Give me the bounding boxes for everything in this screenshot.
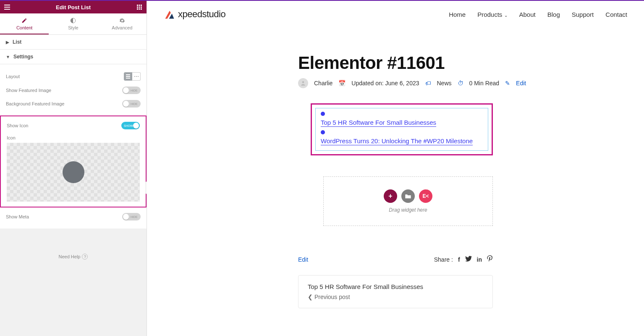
nav-item[interactable]: Support (572, 11, 594, 18)
section-label: Settings (13, 54, 33, 60)
section-settings[interactable]: ▼ Settings (0, 50, 147, 64)
menu-icon[interactable] (3, 3, 11, 11)
author[interactable]: Charlie (314, 80, 332, 87)
clock-icon: ⏱ (458, 80, 463, 87)
logo-text: xpeedstudio (178, 9, 225, 20)
field-label: Background Featured Image (6, 101, 64, 106)
site-nav: xpeedstudio Home Products ⌄ About Blog S… (147, 1, 644, 28)
gear-icon (119, 18, 125, 24)
toggle-show-icon[interactable]: SHOW (121, 122, 140, 129)
share-group: Share : f in (434, 255, 493, 263)
field-label: Icon (7, 135, 16, 140)
edit-link[interactable]: Edit (298, 256, 308, 263)
field-label: Show Featured Image (6, 88, 51, 93)
nav-item[interactable]: Home (449, 11, 466, 18)
settings-body-2: Show Meta HIDE (0, 207, 147, 228)
folder-button[interactable] (401, 189, 415, 203)
panel-header: Edit Post List (0, 1, 147, 13)
nav-item[interactable]: About (519, 11, 536, 18)
post-link[interactable]: Top 5 HR Software For Small Businesses (321, 119, 436, 127)
bullet-icon (321, 130, 325, 134)
field-label: Show Icon (7, 123, 28, 128)
circle-icon (63, 161, 84, 183)
field-label: Layout (6, 74, 20, 79)
read-time: 0 Min Read (469, 80, 500, 87)
tab-content[interactable]: Content (0, 13, 49, 34)
tab-label: Content (16, 25, 33, 30)
svg-rect-7 (139, 8, 140, 10)
panel-title: Edit Post List (56, 4, 91, 10)
svg-rect-8 (141, 8, 142, 10)
tag-icon: 🏷 (425, 80, 431, 87)
settings-body: Layout ⋯ Show Featured Image HIDE Backgr… (0, 64, 147, 116)
help-link[interactable]: Need Help ? (0, 228, 147, 285)
tab-advanced[interactable]: Advanced (98, 13, 147, 34)
svg-rect-3 (137, 7, 138, 8)
nav-item[interactable]: Contact (605, 11, 627, 18)
twitter-icon[interactable] (465, 256, 472, 263)
svg-rect-4 (139, 7, 140, 8)
post-meta: Charlie 📅 Updated on: June 6, 2023 🏷 New… (298, 78, 644, 88)
nav-item[interactable]: Products ⌄ (477, 11, 507, 18)
toggle-show-featured[interactable]: HIDE (122, 87, 141, 94)
field-icon: Icon (7, 132, 140, 140)
caret-right-icon: ▶ (6, 40, 9, 45)
list-icon (126, 74, 130, 79)
layout-list-button[interactable] (124, 72, 132, 81)
field-bg-featured: Background Featured Image HIDE (6, 97, 141, 110)
pinterest-icon[interactable] (487, 255, 493, 263)
field-show-icon: Show Icon SHOW (7, 119, 140, 132)
site-logo[interactable]: xpeedstudio (164, 8, 225, 20)
chevron-down-icon: ⌄ (504, 13, 508, 18)
elementskit-button[interactable]: E< (419, 189, 432, 203)
svg-rect-2 (141, 5, 142, 6)
tab-label: Advanced (112, 25, 132, 30)
svg-rect-5 (141, 7, 142, 8)
icon-upload-placeholder[interactable] (7, 143, 140, 202)
contrast-icon (70, 18, 76, 24)
toggle-bg-featured[interactable]: HIDE (122, 100, 141, 108)
field-layout: Layout ⋯ (6, 69, 141, 84)
preview-area: xpeedstudio Home Products ⌄ About Blog S… (147, 1, 644, 336)
prev-post-title: Top 5 HR Software For Small Businesses (308, 283, 483, 290)
linkedin-icon[interactable]: in (477, 256, 482, 263)
chevron-left-icon: ❮ (308, 294, 313, 300)
tab-label: Style (68, 25, 78, 30)
nav-links: Home Products ⌄ About Blog Support Conta… (449, 11, 627, 18)
calendar-icon: 📅 (338, 80, 346, 87)
svg-rect-6 (137, 8, 138, 10)
updated: Updated on: June 6, 2023 (351, 80, 419, 87)
bullet-icon (321, 112, 325, 116)
svg-rect-0 (137, 5, 138, 6)
facebook-icon[interactable]: f (458, 256, 460, 263)
pencil-icon (21, 18, 27, 24)
caret-down-icon: ▼ (6, 55, 10, 59)
edit-link[interactable]: Edit (516, 80, 526, 87)
toggle-show-meta[interactable]: HIDE (122, 213, 141, 220)
help-icon: ? (82, 254, 88, 260)
svg-point-12 (302, 81, 304, 83)
field-show-meta: Show Meta HIDE (6, 210, 141, 223)
nav-item[interactable]: Blog (547, 11, 560, 18)
editor-panel: Edit Post List Content Style Advanced ▶ … (0, 1, 147, 336)
prev-post-link[interactable]: ❮ Previous post (308, 294, 483, 300)
category[interactable]: News (437, 80, 452, 87)
apps-icon[interactable] (136, 3, 143, 11)
tab-style[interactable]: Style (49, 13, 97, 34)
page-title: Elementor #11601 (298, 53, 644, 73)
list-item: WordPress Turns 20: Unlocking The #WP20 … (321, 130, 483, 145)
panel-tabs: Content Style Advanced (0, 13, 147, 35)
layout-toggle: ⋯ (124, 72, 141, 81)
svg-rect-1 (139, 5, 140, 6)
section-list[interactable]: ▶ List (0, 35, 147, 50)
logo-icon (164, 8, 175, 20)
field-show-featured: Show Featured Image HIDE (6, 84, 141, 97)
widget-drop-zone[interactable]: + E< Drag widget here (323, 176, 493, 226)
post-list-widget[interactable]: Top 5 HR Software For Small Businesses W… (315, 108, 488, 151)
add-widget-button[interactable]: + (384, 189, 397, 203)
prev-post-card: Top 5 HR Software For Small Businesses ❮… (298, 275, 493, 308)
post-list-highlight: Top 5 HR Software For Small Businesses W… (311, 103, 493, 155)
post-link[interactable]: WordPress Turns 20: Unlocking The #WP20 … (321, 137, 473, 145)
avatar-icon (298, 78, 308, 88)
layout-more-button[interactable]: ⋯ (132, 72, 141, 81)
